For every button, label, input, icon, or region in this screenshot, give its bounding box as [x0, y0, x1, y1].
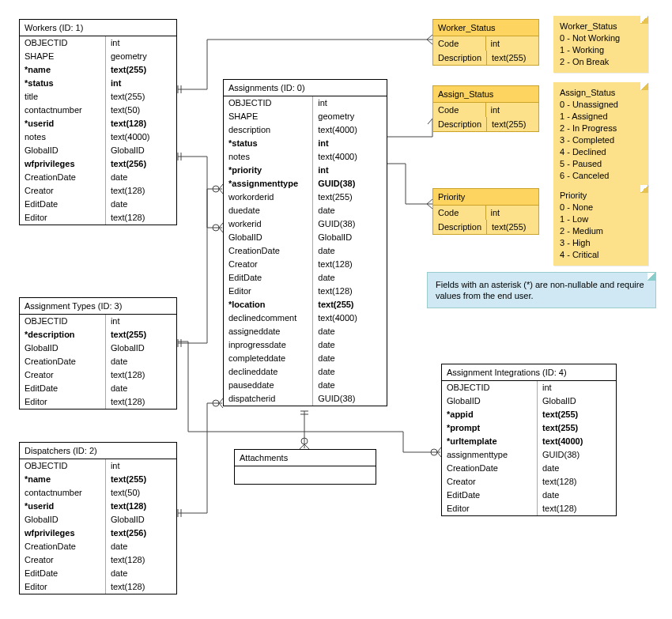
field-name: inprogressdate: [224, 338, 313, 352]
entity-title: Attachments: [235, 450, 376, 466]
field-type: geometry: [313, 110, 387, 123]
field-type: GlobalID: [106, 513, 176, 527]
field-row: GlobalIDGlobalID: [442, 394, 616, 408]
field-name: declinedcomment: [224, 311, 313, 325]
field-name: Code: [433, 206, 486, 220]
field-row: *useridtext(128): [20, 117, 176, 130]
field-name: *location: [224, 298, 313, 311]
note-line: 0 - Not Working: [560, 32, 642, 44]
field-type: text(128): [313, 285, 387, 298]
field-row: Descriptiontext(255): [433, 220, 538, 234]
field-type: text(255): [313, 298, 387, 311]
field-row: CreationDatedate: [20, 171, 176, 184]
field-row: Creatortext(128): [224, 258, 387, 271]
field-name: Creator: [224, 258, 313, 271]
field-type: text(128): [106, 553, 176, 567]
field-type: text(255): [538, 421, 616, 435]
field-name: *status: [224, 137, 313, 150]
field-row: declinedcommenttext(4000): [224, 311, 387, 325]
field-name: *appid: [442, 408, 538, 421]
svg-line-3: [427, 40, 432, 44]
field-row: inprogressdatedate: [224, 338, 387, 352]
field-name: wfprivileges: [20, 157, 106, 171]
field-type: int: [313, 137, 387, 150]
field-row: *statusint: [224, 137, 387, 150]
note-priority: Priority0 - None1 - Low2 - Medium3 - Hig…: [553, 185, 648, 266]
field-type: int: [106, 315, 176, 328]
field-type: text(255): [106, 473, 176, 486]
field-name: pauseddate: [224, 379, 313, 392]
note-line: 2 - On Break: [560, 56, 642, 68]
field-name: Creator: [20, 553, 106, 567]
entity-title: Assignments (ID: 0): [224, 80, 387, 96]
field-type: text(4000): [313, 311, 387, 325]
field-name: *description: [20, 328, 106, 342]
field-name: EditDate: [442, 489, 538, 502]
field-name: *userid: [20, 117, 106, 130]
field-name: Editor: [20, 580, 106, 594]
field-name: assignmenttype: [442, 448, 538, 462]
field-type: date: [313, 325, 387, 338]
field-name: contactnumber: [20, 486, 106, 500]
svg-point-11: [213, 186, 219, 192]
svg-line-26: [427, 204, 432, 209]
field-row: EditDatedate: [20, 382, 176, 395]
field-type: date: [313, 365, 387, 379]
field-name: OBJECTID: [20, 315, 106, 328]
field-row: Creatortext(128): [20, 184, 176, 198]
field-type: GlobalID: [313, 231, 387, 244]
field-row: OBJECTIDint: [20, 36, 176, 50]
field-name: declineddate: [224, 365, 313, 379]
field-row: assigneddatedate: [224, 325, 387, 338]
svg-line-2: [427, 35, 432, 40]
field-row: contactnumbertext(50): [20, 486, 176, 500]
field-row: Codeint: [433, 103, 538, 117]
field-row: OBJECTIDint: [20, 315, 176, 328]
field-row: Creatortext(128): [442, 475, 616, 489]
field-name: GlobalID: [20, 513, 106, 527]
note-line: 3 - High: [560, 237, 642, 249]
field-type: date: [106, 540, 176, 553]
field-row: Descriptiontext(255): [433, 51, 538, 65]
field-name: CreationDate: [442, 462, 538, 475]
entity-assignments: Assignments (ID: 0) OBJECTIDintSHAPEgeom…: [223, 79, 387, 406]
field-name: GlobalID: [20, 144, 106, 157]
note-line: 0 - Unassigned: [560, 99, 642, 111]
field-type: text(128): [313, 258, 387, 271]
field-name: Editor: [442, 502, 538, 515]
field-type: text(255): [487, 117, 540, 131]
note-line: 2 - In Progress: [560, 123, 642, 134]
field-type: date: [313, 352, 387, 365]
lookup-assign-status: Assign_Status CodeintDescriptiontext(255…: [432, 85, 539, 132]
field-type: GUID(38): [313, 217, 387, 231]
field-row: Editortext(128): [20, 211, 176, 225]
field-type: date: [106, 171, 176, 184]
lookup-priority: Priority CodeintDescriptiontext(255): [432, 188, 539, 235]
field-row: EditDatedate: [442, 489, 616, 502]
field-type: date: [313, 271, 387, 285]
field-type: GlobalID: [106, 144, 176, 157]
field-type: date: [106, 198, 176, 211]
field-name: wfprivileges: [20, 527, 106, 540]
field-type: GlobalID: [106, 342, 176, 355]
entity-assignment-types: Assignment Types (ID: 3) OBJECTIDint*des…: [19, 297, 177, 410]
field-row: Editortext(128): [224, 285, 387, 298]
field-name: EditDate: [20, 198, 106, 211]
field-name: notes: [224, 150, 313, 164]
field-name: EditDate: [224, 271, 313, 285]
field-row: OBJECTIDint: [20, 459, 176, 473]
note-line: 4 - Critical: [560, 249, 642, 261]
field-type: text(128): [106, 368, 176, 382]
field-type: text(256): [106, 527, 176, 540]
field-name: workerid: [224, 217, 313, 231]
field-name: CreationDate: [20, 171, 106, 184]
field-row: *priorityint: [224, 164, 387, 177]
field-row: EditDatedate: [20, 198, 176, 211]
note-line: 1 - Working: [560, 44, 642, 56]
field-row: OBJECTIDint: [224, 96, 387, 110]
field-row: EditDatedate: [20, 567, 176, 580]
entity-title: Assignment Types (ID: 3): [20, 298, 176, 315]
field-type: GlobalID: [538, 394, 616, 408]
field-row: declineddatedate: [224, 365, 387, 379]
field-type: text(128): [538, 475, 616, 489]
